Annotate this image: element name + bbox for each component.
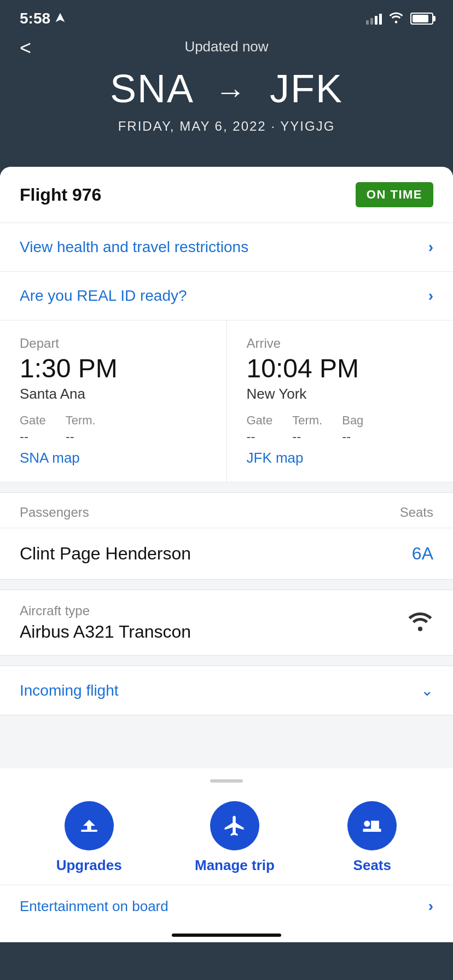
status-badge: ON TIME xyxy=(356,182,433,207)
upgrades-icon-circle xyxy=(65,801,114,850)
time-display: 5:58 xyxy=(20,10,50,27)
arrive-term-value: -- xyxy=(292,429,322,444)
flight-card: Flight 976 ON TIME View health and trave… xyxy=(0,167,453,768)
term-label: Term. xyxy=(66,413,96,428)
arrive-label: Arrive xyxy=(247,336,434,351)
passengers-section: Passengers Seats Clint Page Henderson 6A xyxy=(0,492,453,580)
manage-trip-nav-item[interactable]: Manage trip xyxy=(195,801,275,874)
route-arrow: → xyxy=(215,74,247,109)
aircraft-type: Airbus A321 Transcon xyxy=(20,622,191,642)
status-left: 5:58 xyxy=(20,10,66,27)
gate-label: Gate xyxy=(20,413,46,428)
svg-point-0 xyxy=(418,627,422,631)
term-value: -- xyxy=(66,429,96,444)
signal-icon xyxy=(366,13,382,25)
chevron-down-icon: ⌄ xyxy=(421,681,433,699)
bag-value: -- xyxy=(342,429,363,444)
bag-label: Bag xyxy=(342,413,363,428)
manage-trip-icon-circle xyxy=(210,801,259,850)
entertainment-label: Entertainment on board xyxy=(20,898,169,915)
origin-code: SNA xyxy=(110,67,192,110)
arrive-gate-value: -- xyxy=(247,429,273,444)
back-button[interactable]: < xyxy=(20,38,31,58)
arrive-gate: Gate -- xyxy=(247,413,273,444)
battery-icon xyxy=(410,13,433,25)
flight-header: Flight 976 ON TIME xyxy=(0,167,453,223)
aircraft-section: Aircraft type Airbus A321 Transcon xyxy=(0,590,453,656)
seat-number: 6A xyxy=(412,544,433,564)
passengers-label: Passengers xyxy=(20,505,89,520)
chevron-right-icon-2: › xyxy=(428,287,433,305)
sna-map-link[interactable]: SNA map xyxy=(20,450,207,466)
bottom-handle xyxy=(210,779,243,783)
updated-text: Updated now xyxy=(20,38,433,55)
health-restrictions-label: View health and travel restrictions xyxy=(20,238,248,256)
location-icon xyxy=(55,10,66,27)
arrive-term-label: Term. xyxy=(292,413,322,428)
depart-time: 1:30 PM xyxy=(20,353,207,383)
jfk-map-link[interactable]: JFK map xyxy=(247,450,434,466)
arrive-city: New York xyxy=(247,386,434,402)
aircraft-info: Aircraft type Airbus A321 Transcon xyxy=(20,603,191,642)
incoming-flight-label: Incoming flight xyxy=(20,682,119,699)
depart-term: Term. -- xyxy=(66,413,96,444)
passenger-row: Clint Page Henderson 6A xyxy=(0,528,453,579)
route-date: FRIDAY, MAY 6, 2022 · YYIGJG xyxy=(20,119,433,134)
chevron-right-icon: › xyxy=(428,238,433,256)
upgrades-nav-item[interactable]: Upgrades xyxy=(56,801,122,874)
status-right xyxy=(366,10,433,27)
real-id-label: Are you REAL ID ready? xyxy=(20,287,187,305)
arrive-gate-row: Gate -- Term. -- Bag -- xyxy=(247,413,434,444)
depart-city: Santa Ana xyxy=(20,386,207,402)
manage-trip-label: Manage trip xyxy=(195,857,275,874)
seats-label: Seats xyxy=(353,857,391,874)
seats-icon-circle xyxy=(347,801,397,850)
aircraft-label: Aircraft type xyxy=(20,603,191,619)
entertainment-chevron-icon: › xyxy=(428,897,433,915)
depart-gate-row: Gate -- Term. -- xyxy=(20,413,207,444)
upgrades-label: Upgrades xyxy=(56,857,122,874)
real-id-link[interactable]: Are you REAL ID ready? › xyxy=(0,272,453,320)
passengers-header: Passengers Seats xyxy=(0,493,453,528)
arrive-term: Term. -- xyxy=(292,413,322,444)
entertainment-bar[interactable]: Entertainment on board › xyxy=(0,885,453,927)
bottom-nav: Upgrades Manage trip Seats xyxy=(0,796,453,885)
status-bar: 5:58 xyxy=(0,0,453,33)
wifi-icon xyxy=(388,10,404,27)
destination-code: JFK xyxy=(270,67,343,110)
depart-gate: Gate -- xyxy=(20,413,46,444)
health-restrictions-link[interactable]: View health and travel restrictions › xyxy=(0,223,453,272)
wifi-available-icon xyxy=(407,609,433,636)
arrive-gate-label: Gate xyxy=(247,413,273,428)
route-title: SNA → JFK xyxy=(20,66,433,111)
times-section: Depart 1:30 PM Santa Ana Gate -- Term. -… xyxy=(0,320,453,482)
home-indicator xyxy=(172,934,281,937)
gate-value: -- xyxy=(20,429,46,444)
page-header: < Updated now SNA → JFK FRIDAY, MAY 6, 2… xyxy=(0,33,453,150)
bottom-panel: Upgrades Manage trip Seats Entertainment… xyxy=(0,768,453,942)
arrive-time: 10:04 PM xyxy=(247,353,434,383)
depart-column: Depart 1:30 PM Santa Ana Gate -- Term. -… xyxy=(0,320,227,482)
seats-nav-item[interactable]: Seats xyxy=(347,801,397,874)
incoming-flight-row[interactable]: Incoming flight ⌄ xyxy=(0,666,453,715)
arrive-bag: Bag -- xyxy=(342,413,363,444)
depart-label: Depart xyxy=(20,336,207,351)
seats-label: Seats xyxy=(400,505,433,520)
passenger-name: Clint Page Henderson xyxy=(20,544,191,564)
arrive-column: Arrive 10:04 PM New York Gate -- Term. -… xyxy=(227,320,454,482)
flight-number: Flight 976 xyxy=(20,185,101,205)
